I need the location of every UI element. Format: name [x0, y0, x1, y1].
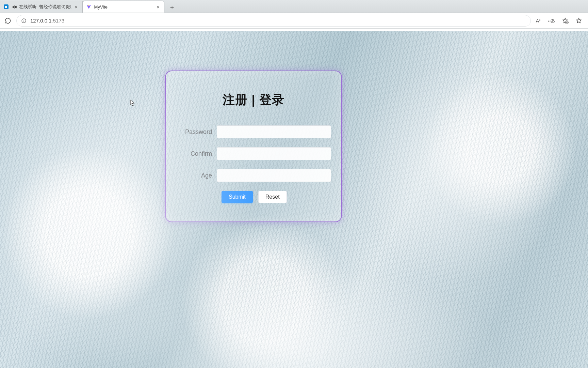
tab-title: MyVite: [94, 4, 153, 10]
reset-button[interactable]: Reset: [258, 191, 287, 203]
page-content: 注册 | 登录 Password Confirm Age Submit Rese…: [0, 31, 588, 368]
reload-button[interactable]: [3, 16, 13, 26]
url-text: 127.0.0.1:5173: [30, 18, 64, 24]
toolbar-right: A⁾⁾ aあ: [534, 17, 585, 25]
password-input[interactable]: [217, 125, 331, 138]
tab-strip: 在线试听_曾经你说歌词|歌 × MyVite × +: [0, 0, 588, 13]
close-icon[interactable]: ×: [74, 4, 79, 10]
button-row: Submit Reset: [176, 191, 331, 203]
tab-audio-player[interactable]: 在线试听_曾经你说歌词|歌 ×: [0, 1, 83, 13]
age-input[interactable]: [217, 169, 331, 182]
card-title: 注册 | 登录: [176, 92, 331, 108]
browser-window: 在线试听_曾经你说歌词|歌 × MyVite × + 127.0.0.1:517…: [0, 0, 588, 368]
confirm-label: Confirm: [176, 150, 217, 157]
password-row: Password: [176, 125, 331, 138]
address-bar: 127.0.0.1:5173 A⁾⁾ aあ: [0, 13, 588, 29]
age-row: Age: [176, 169, 331, 182]
chrome-divider: [0, 29, 588, 31]
cursor-icon: [130, 99, 135, 106]
favorites-icon[interactable]: [575, 17, 583, 25]
url-box[interactable]: 127.0.0.1:5173: [16, 15, 531, 27]
submit-button[interactable]: Submit: [222, 191, 253, 203]
age-label: Age: [176, 172, 217, 179]
favicon-icon: [3, 4, 9, 10]
site-info-icon[interactable]: [21, 18, 27, 24]
new-tab-button[interactable]: +: [166, 2, 178, 13]
tab-title: 在线试听_曾经你说歌词|歌: [19, 4, 71, 10]
speaker-icon: [12, 4, 17, 10]
confirm-row: Confirm: [176, 147, 331, 160]
vite-icon: [86, 4, 92, 10]
password-label: Password: [176, 128, 217, 136]
favorites-add-icon[interactable]: [561, 17, 569, 25]
auth-card: 注册 | 登录 Password Confirm Age Submit Rese…: [165, 71, 342, 222]
url-port: :5173: [52, 18, 65, 24]
confirm-input[interactable]: [217, 147, 331, 160]
read-aloud-icon[interactable]: A⁾⁾: [534, 17, 542, 25]
url-host: 127.0.0.1: [30, 18, 52, 24]
translate-icon[interactable]: aあ: [548, 17, 555, 25]
tab-myvite[interactable]: MyVite ×: [83, 1, 164, 13]
close-icon[interactable]: ×: [156, 4, 161, 10]
